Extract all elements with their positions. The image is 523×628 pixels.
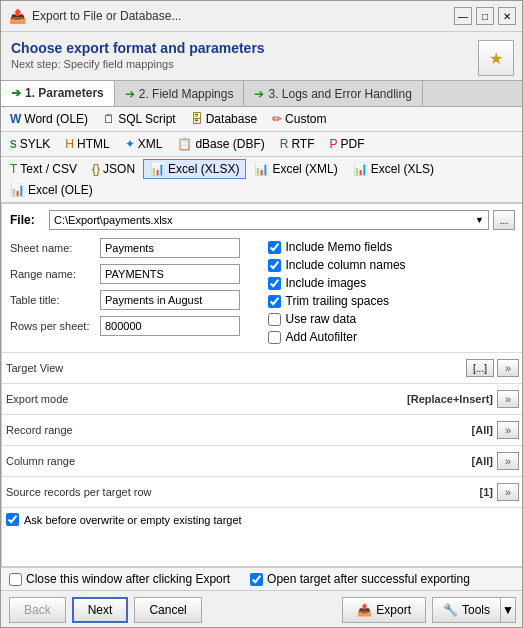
combo-arrow-icon: ▼ [475, 215, 484, 225]
rtf-button[interactable]: R RTF [273, 134, 322, 154]
title-text: Export to File or Database... [32, 9, 448, 23]
record-range-nav-button[interactable]: » [497, 421, 519, 439]
open-after-export-checkbox[interactable] [250, 573, 263, 586]
bottom-checkboxes: Close this window after clicking Export … [1, 567, 523, 590]
include-images-row: Include images [268, 276, 516, 290]
pdf-icon: P [330, 137, 338, 151]
word-ole-button[interactable]: W Word (OLE) [3, 109, 95, 129]
column-range-nav-button[interactable]: » [497, 452, 519, 470]
range-label: Range name: [10, 268, 100, 280]
dbase-icon: 📋 [177, 137, 192, 151]
sheet-label: Sheet name: [10, 242, 100, 254]
sylk-icon: S [10, 139, 17, 150]
tools-group: 🔧 Tools ▼ [432, 597, 516, 623]
back-button[interactable]: Back [9, 597, 66, 623]
pdf-button[interactable]: P PDF [323, 134, 372, 154]
export-button[interactable]: 📤 Export [342, 597, 426, 623]
include-column-names-checkbox[interactable] [268, 259, 281, 272]
include-memo-row: Include Memo fields [268, 240, 516, 254]
target-view-nav-button[interactable]: » [497, 359, 519, 377]
browse-button[interactable]: ... [493, 210, 515, 230]
header: Choose export format and parameters Next… [1, 32, 523, 80]
file-label: File: [10, 213, 45, 227]
favorites-button[interactable]: ★ [478, 40, 514, 76]
excel-xlsx-button[interactable]: 📊 Excel (XLSX) [143, 159, 246, 179]
column-range-section[interactable]: Column range [All] » [2, 445, 523, 476]
include-memo-checkbox[interactable] [268, 241, 281, 254]
table-title-label: Table title: [10, 294, 100, 306]
excel-ole-button[interactable]: 📊 Excel (OLE) [3, 180, 100, 200]
custom-button[interactable]: ✏ Custom [265, 109, 333, 129]
file-path-combo[interactable]: C:\Export\payments.xlsx ▼ [49, 210, 489, 230]
close-button[interactable]: ✕ [498, 7, 516, 25]
tab-arrow-3: ➔ [254, 87, 264, 101]
use-raw-data-checkbox[interactable] [268, 313, 281, 326]
record-range-section[interactable]: Record range [All] » [2, 414, 523, 445]
toolbar-row-3: T Text / CSV {} JSON 📊 Excel (XLSX) 📊 Ex… [1, 157, 523, 203]
excel-ole-icon: 📊 [10, 183, 25, 197]
tab-logs-errors[interactable]: ➔ 3. Logs and Error Handling [244, 81, 422, 106]
export-mode-nav-button[interactable]: » [497, 390, 519, 408]
word-icon: W [10, 112, 21, 126]
tab-field-mappings[interactable]: ➔ 2. Field Mappings [115, 81, 245, 106]
close-after-export-row: Close this window after clicking Export [9, 572, 230, 586]
database-icon: 🗄 [191, 112, 203, 126]
close-after-export-checkbox[interactable] [9, 573, 22, 586]
tools-dropdown-button[interactable]: ▼ [500, 597, 516, 623]
text-csv-button[interactable]: T Text / CSV [3, 159, 84, 179]
include-column-names-row: Include column names [268, 258, 516, 272]
tab-parameters[interactable]: ➔ 1. Parameters [1, 81, 115, 106]
tabs-row: ➔ 1. Parameters ➔ 2. Field Mappings ➔ 3.… [1, 80, 523, 107]
excel-xls-button[interactable]: 📊 Excel (XLS) [346, 159, 441, 179]
html-button[interactable]: H HTML [58, 134, 116, 154]
json-icon: {} [92, 162, 100, 176]
dbase-button[interactable]: 📋 dBase (DBF) [170, 134, 271, 154]
export-mode-section[interactable]: Export mode [Replace+Insert] » [2, 383, 523, 414]
add-autofilter-checkbox[interactable] [268, 331, 281, 344]
toolbar-row-1: W Word (OLE) 🗒 SQL Script 🗄 Database ✏ C… [1, 107, 523, 132]
cancel-button[interactable]: Cancel [134, 597, 201, 623]
rtf-icon: R [280, 137, 289, 151]
target-view-section[interactable]: Target View [...] » [2, 352, 523, 383]
title-bar: 📤 Export to File or Database... — □ ✕ [1, 1, 523, 32]
file-row: File: C:\Export\payments.xlsx ▼ ... [10, 210, 515, 230]
target-view-extra-button[interactable]: [...] [466, 359, 494, 377]
sql-script-button[interactable]: 🗒 SQL Script [96, 109, 183, 129]
ask-overwrite-checkbox[interactable] [6, 513, 19, 526]
tools-button[interactable]: 🔧 Tools [432, 597, 500, 623]
export-icon: 📤 [357, 603, 372, 617]
sheet-input[interactable] [100, 238, 240, 258]
toolbar-row-2: S SYLK H HTML ✦ XML 📋 dBase (DBF) R RTF … [1, 132, 523, 157]
excel-xml-button[interactable]: 📊 Excel (XML) [247, 159, 344, 179]
include-images-checkbox[interactable] [268, 277, 281, 290]
tools-chevron-icon: ▼ [502, 603, 514, 617]
tab-arrow-1: ➔ [11, 86, 21, 100]
title-icon: 📤 [9, 8, 26, 24]
source-records-nav-button[interactable]: » [497, 483, 519, 501]
custom-icon: ✏ [272, 112, 282, 126]
html-icon: H [65, 137, 74, 151]
xml-icon: ✦ [125, 137, 135, 151]
maximize-button[interactable]: □ [476, 7, 494, 25]
use-raw-data-row: Use raw data [268, 312, 516, 326]
trim-trailing-spaces-checkbox[interactable] [268, 295, 281, 308]
form-two-col: Sheet name: Range name: Table title: [10, 238, 515, 348]
rows-label: Rows per sheet: [10, 320, 100, 332]
range-input[interactable] [100, 264, 240, 284]
footer-row: Back Next Cancel 📤 Export 🔧 Tools ▼ [1, 590, 523, 628]
json-button[interactable]: {} JSON [85, 159, 142, 179]
next-button[interactable]: Next [72, 597, 129, 623]
open-after-export-row: Open target after successful exporting [250, 572, 470, 586]
tools-icon: 🔧 [443, 603, 458, 617]
trim-trailing-spaces-row: Trim trailing spaces [268, 294, 516, 308]
minimize-button[interactable]: — [454, 7, 472, 25]
sylk-button[interactable]: S SYLK [3, 134, 57, 154]
sql-icon: 🗒 [103, 112, 115, 126]
table-title-input[interactable] [100, 290, 240, 310]
excel-xlsx-icon: 📊 [150, 162, 165, 176]
database-button[interactable]: 🗄 Database [184, 109, 264, 129]
source-records-section[interactable]: Source records per target row [1] » [2, 476, 523, 507]
dialog-subtitle: Next step: Specify field mappings [11, 58, 265, 70]
xml-button[interactable]: ✦ XML [118, 134, 170, 154]
rows-input[interactable] [100, 316, 240, 336]
